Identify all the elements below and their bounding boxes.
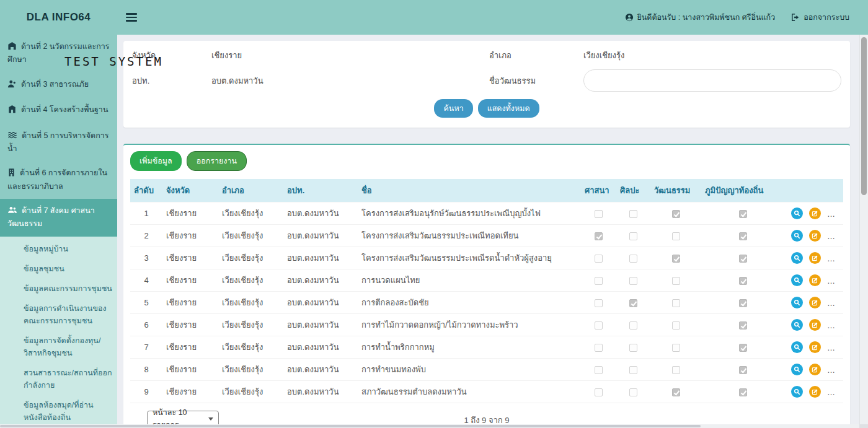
no-cell: 2	[130, 225, 162, 247]
scrollbar-corner	[859, 424, 868, 428]
edit-button[interactable]	[809, 364, 821, 375]
wisdom-cell	[701, 359, 784, 381]
edit-button[interactable]	[809, 252, 821, 264]
sidebar-item-label: ด้านที่ 7 สังคม ศาสนา วัฒนธรรม	[7, 206, 95, 228]
district-cell: เวียงเชียงรุ้ง	[218, 359, 283, 381]
view-button[interactable]	[791, 319, 803, 331]
column-header: วัฒนธรรม	[650, 179, 701, 203]
religion-checkbox	[595, 232, 603, 240]
sidebar-subitem[interactable]: ข้อมูลชุมชน	[0, 259, 117, 279]
column-header: ลำดับ	[130, 179, 162, 203]
wisdom-cell	[701, 247, 784, 269]
opt-cell: อบต.ดงมหาวัน	[283, 336, 358, 359]
view-button[interactable]	[791, 252, 803, 264]
opt-cell: อบต.ดงมหาวัน	[283, 381, 358, 403]
sidebar-subitem[interactable]: ข้อมูลการจัดตั้งกองทุน/วิสาหกิจชุมชน	[0, 331, 117, 363]
app-logo[interactable]: DLA INFO64	[0, 11, 117, 24]
religion-cell	[581, 292, 616, 314]
opt-cell: อบต.ดงมหาวัน	[283, 292, 358, 314]
view-button[interactable]	[791, 274, 803, 286]
art-cell	[616, 269, 650, 292]
sidebar: ด้านที่ 2 นวัตกรรมและการศึกษาด้านที่ 3 ส…	[0, 35, 117, 428]
sidebar-item[interactable]: ด้านที่ 2 นวัตกรรมและการศึกษา	[0, 35, 117, 72]
district-label: อำเภอ	[489, 49, 583, 62]
edit-button[interactable]	[809, 319, 821, 331]
view-button[interactable]	[791, 230, 803, 242]
magnifier-icon	[794, 299, 800, 306]
search-button[interactable]: ค้นหา	[434, 99, 472, 118]
view-button[interactable]	[791, 386, 803, 398]
sidebar-subitem[interactable]: ข้อมูลคณะกรรมการชุมชน	[0, 279, 117, 299]
culture-cell	[650, 381, 701, 403]
sidebar-subitem[interactable]: ข้อมูลการดำเนินงานของคณะกรรมการชุมชน	[0, 299, 117, 331]
view-button[interactable]	[791, 207, 803, 219]
province-cell: เชียงราย	[162, 336, 218, 359]
add-data-button[interactable]: เพิ่มข้อมูล	[130, 151, 182, 171]
pencil-icon	[812, 299, 818, 306]
menu-toggle-icon[interactable]	[126, 11, 137, 24]
religion-checkbox	[595, 344, 603, 352]
view-button[interactable]	[791, 341, 803, 353]
religion-checkbox	[595, 299, 603, 307]
view-button[interactable]	[791, 364, 803, 375]
name-cell: สภาวัฒนธรรมตำบลดงมหาวัน	[358, 381, 581, 403]
horizontal-scrollbar-thumb[interactable]	[0, 425, 701, 427]
sidebar-item[interactable]: ด้านที่ 4 โครงสร้างพื้นฐาน	[0, 98, 117, 123]
sidebar-item[interactable]: ด้านที่ 6 การจัดการภายในและธรรมาภิบาล	[0, 161, 117, 199]
sidebar-item[interactable]: ด้านที่ 7 สังคม ศาสนา วัฒนธรรม	[0, 199, 117, 237]
sidebar-subitem[interactable]: สวนสาธารณะ/สถานที่ออกกำลังกาย	[0, 363, 117, 395]
edit-button[interactable]	[809, 341, 821, 353]
topbar: DLA INFO64 ยินดีต้อนรับ : นางสาวพิมพ์ชนก…	[0, 0, 868, 35]
no-cell: 9	[130, 381, 162, 403]
vertical-scrollbar-thumb[interactable]	[861, 37, 867, 195]
culture-name-input[interactable]	[583, 69, 841, 92]
actions-cell	[784, 225, 843, 247]
logout-button[interactable]: ออกจากระบบ	[791, 11, 849, 24]
no-cell: 8	[130, 359, 162, 381]
wisdom-checkbox	[739, 388, 747, 396]
export-report-button[interactable]: ออกรายงาน	[187, 151, 247, 171]
religion-cell	[581, 203, 616, 225]
sidebar-item-label: ด้านที่ 3 สาธารณภัย	[21, 80, 89, 89]
culture-checkbox	[672, 299, 680, 307]
view-button[interactable]	[791, 297, 803, 308]
culture-cell	[650, 203, 701, 225]
wisdom-cell	[701, 381, 784, 403]
province-cell: เชียงราย	[162, 359, 218, 381]
sidebar-subitem[interactable]: ข้อมูลห้องสมุด/ที่อ่านหนังสือท้องถิ่น	[0, 395, 117, 427]
opt-cell: อบต.ดงมหาวัน	[283, 247, 358, 269]
edit-button[interactable]	[809, 207, 821, 219]
table-row: 2เชียงรายเวียงเชียงรุ้งอบต.ดงมหาวันโครงก…	[130, 225, 843, 247]
culture-name-label: ชื่อวัฒนธรรม	[489, 74, 583, 87]
sidebar-item[interactable]: ด้านที่ 3 สาธารณภัย	[0, 72, 117, 98]
pencil-icon	[812, 321, 818, 328]
edit-button[interactable]	[809, 274, 821, 286]
religion-cell	[581, 336, 616, 359]
magnifier-icon	[794, 366, 800, 373]
art-checkbox	[629, 299, 637, 307]
edit-button[interactable]	[809, 386, 821, 398]
opt-label: อปท.	[132, 74, 211, 87]
culture-checkbox	[672, 321, 680, 330]
pencil-icon	[812, 388, 818, 395]
art-checkbox	[629, 388, 637, 396]
table-row: 3เชียงรายเวียงเชียงรุ้งอบต.ดงมหาวันโครงก…	[130, 247, 843, 269]
district-cell: เวียงเชียงรุ้ง	[218, 269, 283, 292]
district-cell: เวียงเชียงรุ้ง	[218, 381, 283, 403]
sidebar-subitem-label: ข้อมูลการจัดตั้งกองทุน/วิสาหกิจชุมชน	[24, 336, 100, 357]
table-row: 5เชียงรายเวียงเชียงรุ้งอบต.ดงมหาวันการตี…	[130, 292, 843, 314]
column-header: จังหวัด	[162, 179, 218, 203]
name-cell: การทำน้ำพริกกากหมู	[358, 336, 581, 359]
actions-cell	[784, 314, 843, 336]
edit-button[interactable]	[809, 230, 821, 242]
opt-cell: อบต.ดงมหาวัน	[283, 314, 358, 336]
sidebar-subitem[interactable]: ข้อมูลหมู่บ้าน	[0, 239, 117, 259]
show-all-button[interactable]: แสดงทั้งหมด	[478, 99, 539, 118]
wisdom-cell	[701, 269, 784, 292]
edit-button[interactable]	[809, 297, 821, 308]
name-cell: การทำขนมทองพับ	[358, 359, 581, 381]
sidebar-subitem-label: ข้อมูลการดำเนินงานของคณะกรรมการชุมชน	[24, 304, 107, 325]
wisdom-checkbox	[739, 299, 747, 307]
actions-cell	[784, 292, 843, 314]
sidebar-item[interactable]: ด้านที่ 5 การบริหารจัดการน้ำ	[0, 124, 117, 162]
